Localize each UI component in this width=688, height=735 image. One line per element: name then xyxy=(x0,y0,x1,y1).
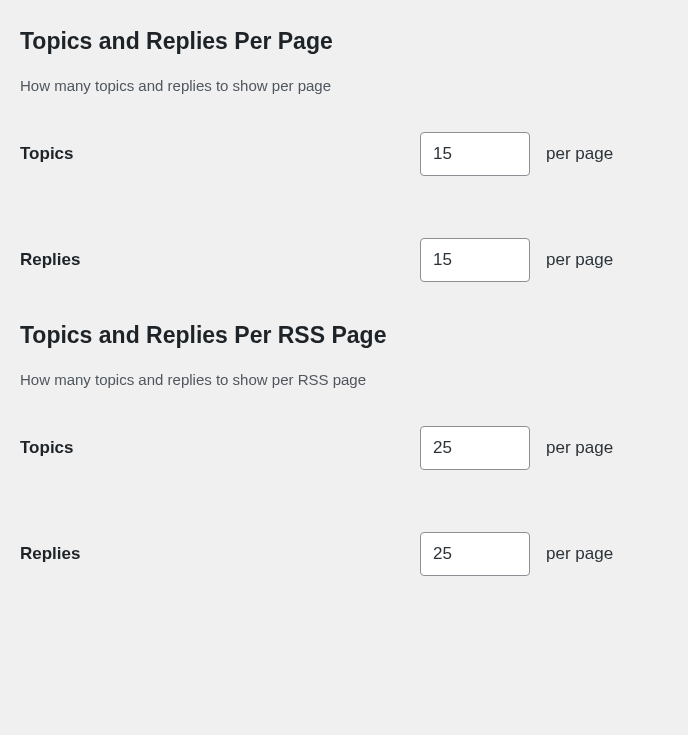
field-suffix-topics-per-page: per page xyxy=(546,144,613,164)
section-title-per-rss-page: Topics and Replies Per RSS Page xyxy=(20,322,668,349)
section-description-per-page: How many topics and replies to show per … xyxy=(20,77,668,94)
section-per-rss-page: Topics and Replies Per RSS Page How many… xyxy=(20,322,668,576)
replies-per-page-input[interactable] xyxy=(420,238,530,282)
section-title-per-page: Topics and Replies Per Page xyxy=(20,28,668,55)
topics-per-page-input[interactable] xyxy=(420,132,530,176)
topics-per-rss-page-input[interactable] xyxy=(420,426,530,470)
field-suffix-topics-per-rss-page: per page xyxy=(546,438,613,458)
section-description-per-rss-page: How many topics and replies to show per … xyxy=(20,371,668,388)
field-row-topics-per-rss-page: Topics per page xyxy=(20,426,668,470)
field-label-replies-per-page: Replies xyxy=(20,250,420,270)
section-per-page: Topics and Replies Per Page How many top… xyxy=(20,28,668,282)
field-row-replies-per-page: Replies per page xyxy=(20,238,668,282)
field-label-topics-per-page: Topics xyxy=(20,144,420,164)
field-suffix-replies-per-rss-page: per page xyxy=(546,544,613,564)
replies-per-rss-page-input[interactable] xyxy=(420,532,530,576)
field-label-topics-per-rss-page: Topics xyxy=(20,438,420,458)
field-suffix-replies-per-page: per page xyxy=(546,250,613,270)
field-row-replies-per-rss-page: Replies per page xyxy=(20,532,668,576)
field-row-topics-per-page: Topics per page xyxy=(20,132,668,176)
field-label-replies-per-rss-page: Replies xyxy=(20,544,420,564)
